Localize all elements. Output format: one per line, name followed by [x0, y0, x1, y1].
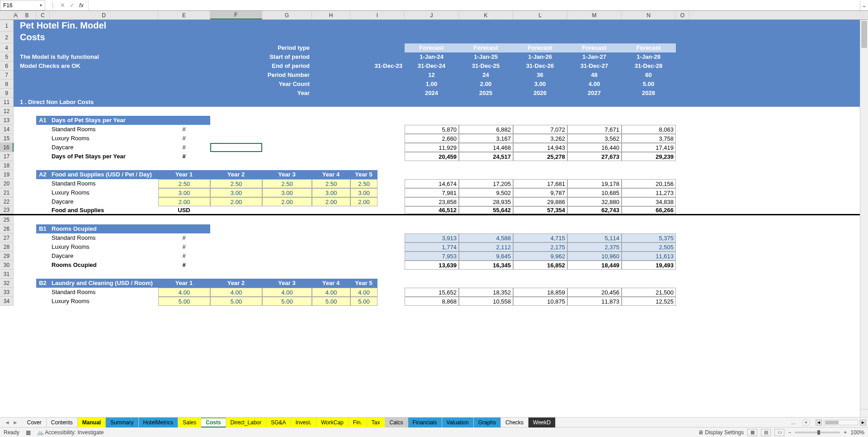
input-cell[interactable]: 3.00 — [262, 188, 312, 197]
cell[interactable] — [14, 52, 18, 62]
col-header[interactable]: L — [513, 11, 567, 19]
formula-expand-icon[interactable]: ⌄ — [860, 0, 868, 10]
label[interactable]: Luxury Rooms — [50, 297, 158, 306]
sheet-tab[interactable]: Invest. — [291, 418, 316, 428]
cell[interactable] — [676, 188, 689, 197]
label-ycount[interactable]: Year Count — [262, 80, 312, 89]
input-cell[interactable]: 2.50 — [350, 179, 377, 188]
sheet-tab[interactable]: Checks — [501, 418, 528, 428]
cell[interactable] — [18, 224, 36, 233]
cell[interactable]: 55,642 — [459, 206, 513, 214]
cell[interactable] — [312, 143, 350, 152]
cell[interactable]: 5,870 — [405, 125, 459, 134]
label[interactable]: Luxury Rooms — [50, 242, 158, 252]
row-header[interactable]: 14 — [0, 125, 14, 134]
cell[interactable]: 1-Jan-27 — [567, 52, 622, 62]
cell[interactable]: 7,981 — [405, 188, 459, 197]
label-year[interactable]: Year — [262, 89, 312, 98]
cell[interactable] — [210, 125, 262, 134]
cell[interactable]: 1-Jan-26 — [513, 52, 567, 62]
cell[interactable]: 62,743 — [567, 206, 622, 214]
yhead[interactable]: Year 3 — [262, 170, 312, 179]
cell[interactable]: 20,456 — [567, 288, 622, 297]
unit[interactable]: # — [158, 134, 210, 143]
code[interactable]: B1 — [36, 224, 50, 233]
sheet-tab[interactable]: Graphs — [474, 418, 501, 428]
input-cell[interactable]: 2.50 — [210, 179, 262, 188]
cell[interactable] — [14, 98, 18, 107]
input-cell[interactable]: 3.00 — [350, 188, 377, 197]
row-header[interactable]: 33 — [0, 288, 14, 297]
row-header[interactable]: 11 — [0, 98, 14, 107]
cell[interactable] — [312, 152, 350, 161]
row-header[interactable]: 26 — [0, 224, 14, 233]
cell[interactable] — [36, 152, 50, 161]
cell[interactable]: 24 — [459, 71, 513, 80]
cell[interactable]: 10,685 — [567, 188, 622, 197]
cell[interactable] — [350, 52, 405, 62]
tab-prev-icon[interactable]: ◄ — [5, 419, 10, 426]
sub-title[interactable]: Days of Pet Stays per Year — [50, 116, 210, 125]
label[interactable]: Luxury Rooms — [50, 188, 158, 197]
cell[interactable]: 2,505 — [622, 242, 676, 252]
cell[interactable]: 21,500 — [622, 288, 676, 297]
cell[interactable] — [210, 206, 262, 214]
cell[interactable]: 4,715 — [513, 233, 567, 242]
cell[interactable]: 11,873 — [567, 297, 622, 306]
cell[interactable] — [350, 252, 405, 261]
cell[interactable] — [350, 233, 405, 242]
cell[interactable] — [18, 242, 36, 252]
label[interactable]: Luxury Rooms — [50, 134, 158, 143]
tab-overflow[interactable]: ... — [788, 419, 798, 426]
cell[interactable]: 3,913 — [405, 233, 459, 242]
cell[interactable]: 17,205 — [459, 179, 513, 188]
row-header[interactable]: 27 — [0, 233, 14, 242]
input-cell[interactable]: 4.00 — [312, 288, 350, 297]
cell[interactable] — [676, 125, 689, 134]
cell[interactable] — [312, 206, 350, 214]
cell[interactable] — [262, 143, 312, 152]
macro-icon[interactable]: ▦ — [26, 429, 31, 436]
label[interactable]: Standard Rooms — [50, 233, 158, 242]
cell[interactable] — [377, 279, 676, 288]
cell[interactable] — [14, 170, 18, 179]
cell[interactable]: 14,943 — [513, 143, 567, 152]
sheet-tab[interactable]: WorkCap — [316, 418, 349, 428]
cell[interactable] — [676, 206, 689, 214]
yhead[interactable]: Year 4 — [312, 170, 350, 179]
cell[interactable]: 3,262 — [513, 134, 567, 143]
row-header[interactable]: 29 — [0, 252, 14, 261]
cell[interactable]: 10,875 — [513, 297, 567, 306]
input-cell[interactable]: 3.00 — [210, 188, 262, 197]
row-header[interactable]: 6 — [0, 62, 14, 71]
cell[interactable] — [350, 242, 405, 252]
cell[interactable] — [676, 152, 689, 161]
cell[interactable]: 1.00 — [405, 80, 459, 89]
col-header[interactable]: J — [405, 11, 459, 19]
cell[interactable] — [18, 170, 36, 179]
name-box[interactable]: F16 ▾ — [0, 0, 45, 10]
col-header[interactable]: E — [158, 11, 210, 19]
cell[interactable] — [377, 197, 405, 206]
cell[interactable] — [14, 152, 18, 161]
cell[interactable]: 20,156 — [622, 179, 676, 188]
cell[interactable] — [36, 134, 50, 143]
cell[interactable]: 57,354 — [513, 206, 567, 214]
cell[interactable] — [36, 43, 50, 52]
row-header[interactable]: 13 — [0, 116, 14, 125]
row-header[interactable]: 15 — [0, 134, 14, 143]
cell[interactable]: 31-Dec-26 — [513, 62, 567, 71]
label-start[interactable]: Start of period — [262, 52, 312, 62]
cell[interactable] — [312, 80, 350, 89]
input-cell[interactable]: 5.00 — [262, 297, 312, 306]
input-cell[interactable]: 4.00 — [350, 288, 377, 297]
label[interactable]: Rooms Ocupied — [50, 261, 158, 270]
cell[interactable] — [18, 43, 36, 52]
fx-icon[interactable]: fx — [79, 2, 84, 9]
cell[interactable] — [36, 233, 50, 242]
cell[interactable] — [14, 233, 18, 242]
cell[interactable]: 1,774 — [405, 242, 459, 252]
cell[interactable]: 9,962 — [513, 252, 567, 261]
cell[interactable] — [210, 116, 665, 125]
cell[interactable] — [18, 116, 36, 125]
